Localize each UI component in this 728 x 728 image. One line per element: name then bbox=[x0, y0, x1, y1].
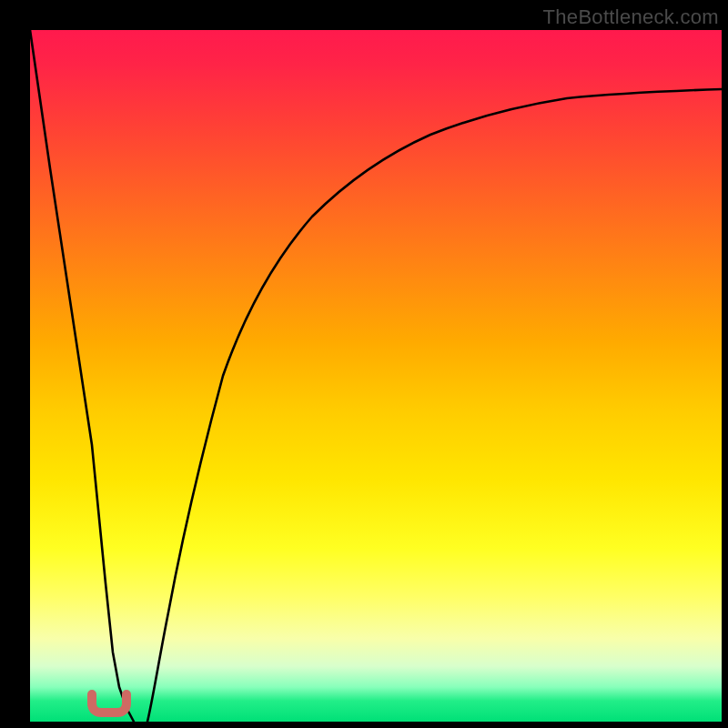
chart-frame: TheBottleneck.com bbox=[0, 0, 728, 728]
right-branch-curve bbox=[147, 89, 722, 722]
curve-layer bbox=[30, 30, 722, 722]
left-branch-curve bbox=[30, 30, 134, 722]
watermark-text: TheBottleneck.com bbox=[543, 5, 719, 29]
